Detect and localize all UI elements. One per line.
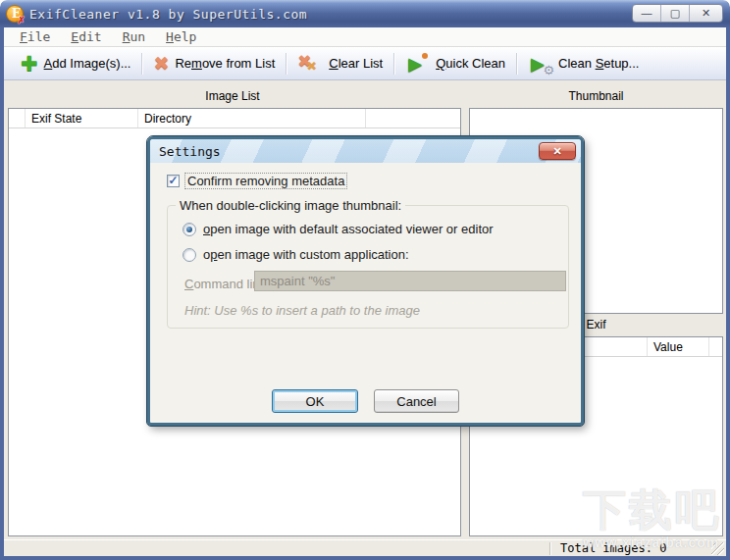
- command-line-input[interactable]: [254, 271, 566, 291]
- menu-run[interactable]: Run: [113, 28, 156, 45]
- window-frame-right: [726, 27, 730, 560]
- radio-default-viewer-row: open image with default associated viewe…: [182, 222, 494, 236]
- minimize-button[interactable]: —: [633, 5, 661, 22]
- column-header-filler: [709, 337, 722, 356]
- settings-dialog-titlebar[interactable]: Settings: [150, 139, 581, 163]
- image-list-header: Exif State Directory: [9, 109, 460, 128]
- confirm-metadata-checkbox[interactable]: ✓: [167, 175, 180, 187]
- column-header-value[interactable]: Value: [648, 337, 709, 356]
- menu-bar: File Edit Run Help: [4, 27, 726, 47]
- toolbar-separator: [393, 53, 394, 75]
- toolbar: ✚ Add Image(s)... ✖ Remove from List ✖ ✖…: [4, 47, 726, 80]
- remove-x-icon: ✖: [153, 53, 169, 75]
- settings-dialog-title: Settings: [159, 144, 221, 159]
- cancel-button[interactable]: Cancel: [374, 389, 459, 413]
- quick-clean-label: Quick Clean: [436, 56, 505, 71]
- column-header-filler: [366, 109, 460, 127]
- toolbar-separator: [286, 53, 287, 75]
- checkmark-icon: ✓: [168, 175, 178, 186]
- radio-selected-dot: [186, 227, 192, 232]
- status-bar: Total images: 0: [4, 539, 726, 556]
- total-images-status: Total images: 0: [560, 541, 666, 555]
- toolbar-separator: [516, 53, 517, 75]
- quick-clean-button[interactable]: ▶ Quick Clean: [396, 50, 514, 77]
- window-frame-left: [0, 27, 4, 560]
- confirm-metadata-label[interactable]: Confirm removing metadata: [185, 174, 346, 188]
- menu-edit[interactable]: Edit: [61, 28, 112, 45]
- command-line-hint: Hint: Use %s to insert a path to the ima…: [184, 303, 420, 318]
- resize-grip[interactable]: [711, 542, 724, 555]
- window-frame-bottom: [0, 556, 730, 560]
- app-window: E ✗ ExifCleaner v1.8 by SuperUtils.com —…: [0, 0, 730, 560]
- ok-button[interactable]: OK: [272, 389, 358, 413]
- remove-from-list-button[interactable]: ✖ Remove from List: [144, 51, 284, 76]
- radio-default-viewer-label[interactable]: open image with default associated viewe…: [203, 222, 494, 236]
- add-images-button[interactable]: ✚ Add Image(s)...: [12, 51, 139, 76]
- status-separator: [549, 542, 551, 555]
- maximize-button[interactable]: ▢: [661, 5, 690, 22]
- confirm-metadata-checkbox-row: ✓ Confirm removing metadata: [167, 174, 346, 188]
- dialog-close-button[interactable]: ✕: [539, 142, 576, 160]
- toolbar-separator: [141, 53, 142, 75]
- menu-file[interactable]: File: [10, 28, 61, 45]
- settings-dialog: Settings ✕ ✓ Confirm removing metadata W…: [147, 136, 584, 426]
- app-icon-x-badge: ✗: [18, 15, 26, 25]
- clear-list-button[interactable]: ✖ ✖ Clear List: [288, 50, 391, 77]
- radio-custom-app-row: open image with custom application:: [182, 247, 409, 262]
- add-images-label: Add Image(s)...: [44, 56, 131, 71]
- double-click-group-box: When double-clicking image thumbnail: op…: [167, 205, 569, 329]
- clean-setup-label: Clean Setup...: [558, 56, 639, 71]
- menu-help[interactable]: Help: [156, 28, 207, 45]
- image-list-title: Image List: [4, 89, 461, 103]
- brush-tip-dot: [422, 53, 428, 59]
- column-header-directory[interactable]: Directory: [138, 109, 366, 127]
- clean-setup-gear-icon: ▶ ⚙: [528, 52, 552, 76]
- group-box-label: When double-clicking image thumbnail:: [176, 198, 405, 213]
- radio-custom-app-label[interactable]: open image with custom application:: [203, 247, 409, 262]
- window-controls: — ▢ ✕: [632, 4, 723, 23]
- thumbnail-title: Thumbnail: [469, 89, 723, 103]
- close-button[interactable]: ✕: [690, 5, 722, 22]
- remove-from-list-label: Remove from List: [175, 56, 275, 71]
- clear-list-label: Clear List: [329, 56, 383, 71]
- app-icon: E ✗: [6, 5, 24, 23]
- window-titlebar[interactable]: E ✗ ExifCleaner v1.8 by SuperUtils.com —…: [0, 0, 730, 27]
- window-title: ExifCleaner v1.8 by SuperUtils.com: [29, 7, 307, 22]
- quick-clean-brush-icon: ▶: [405, 52, 430, 76]
- clean-setup-button[interactable]: ▶ ⚙ Clean Setup...: [519, 50, 648, 77]
- clear-list-double-x-icon: ✖ ✖: [297, 52, 323, 76]
- column-header-blank[interactable]: [9, 109, 26, 127]
- add-plus-icon: ✚: [21, 53, 38, 75]
- radio-custom-app[interactable]: [182, 248, 196, 262]
- column-header-exif-state[interactable]: Exif State: [26, 109, 138, 127]
- radio-default-viewer[interactable]: [182, 223, 196, 236]
